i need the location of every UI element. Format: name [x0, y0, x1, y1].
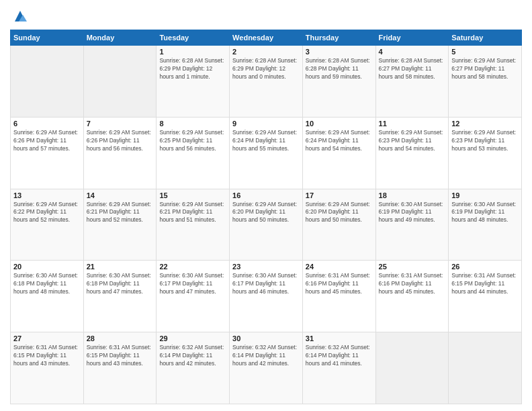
weekday-header-wednesday: Wednesday	[230, 30, 303, 46]
day-number: 20	[13, 263, 81, 271]
day-info: Sunrise: 6:29 AM Sunset: 6:27 PM Dayligh…	[451, 57, 519, 81]
day-number: 6	[13, 120, 81, 128]
day-number: 16	[232, 191, 300, 199]
calendar-cell: 22Sunrise: 6:30 AM Sunset: 6:17 PM Dayli…	[157, 261, 230, 332]
day-number: 22	[159, 263, 226, 271]
day-info: Sunrise: 6:31 AM Sunset: 6:15 PM Dayligh…	[451, 272, 519, 296]
day-number: 28	[87, 334, 154, 342]
calendar-cell: 11Sunrise: 6:29 AM Sunset: 6:23 PM Dayli…	[375, 117, 449, 189]
day-number: 1	[159, 48, 226, 56]
day-number: 10	[306, 120, 373, 128]
day-number: 15	[159, 191, 226, 199]
calendar-cell	[449, 332, 522, 404]
day-number: 23	[232, 263, 300, 271]
day-info: Sunrise: 6:30 AM Sunset: 6:19 PM Dayligh…	[379, 201, 446, 225]
day-number: 11	[379, 120, 446, 128]
calendar-cell: 28Sunrise: 6:31 AM Sunset: 6:15 PM Dayli…	[83, 332, 157, 404]
calendar-cell: 19Sunrise: 6:30 AM Sunset: 6:19 PM Dayli…	[449, 189, 522, 261]
day-number: 5	[451, 48, 519, 56]
day-info: Sunrise: 6:29 AM Sunset: 6:20 PM Dayligh…	[232, 201, 300, 225]
calendar-cell: 29Sunrise: 6:32 AM Sunset: 6:14 PM Dayli…	[157, 332, 230, 404]
calendar-week-row: 13Sunrise: 6:29 AM Sunset: 6:22 PM Dayli…	[11, 189, 522, 261]
calendar-cell: 27Sunrise: 6:31 AM Sunset: 6:15 PM Dayli…	[11, 332, 84, 404]
day-info: Sunrise: 6:29 AM Sunset: 6:24 PM Dayligh…	[306, 129, 373, 153]
day-info: Sunrise: 6:29 AM Sunset: 6:24 PM Dayligh…	[232, 129, 300, 153]
calendar-week-row: 27Sunrise: 6:31 AM Sunset: 6:15 PM Dayli…	[11, 332, 522, 404]
day-info: Sunrise: 6:29 AM Sunset: 6:20 PM Dayligh…	[306, 201, 373, 225]
logo-icon	[12, 8, 28, 24]
weekday-header-row: SundayMondayTuesdayWednesdayThursdayFrid…	[11, 30, 522, 46]
day-number: 19	[451, 191, 519, 199]
weekday-header-sunday: Sunday	[11, 30, 84, 46]
day-info: Sunrise: 6:29 AM Sunset: 6:23 PM Dayligh…	[451, 129, 519, 153]
calendar-cell: 8Sunrise: 6:29 AM Sunset: 6:25 PM Daylig…	[157, 117, 230, 189]
day-number: 25	[379, 263, 446, 271]
weekday-header-monday: Monday	[83, 30, 157, 46]
day-info: Sunrise: 6:29 AM Sunset: 6:22 PM Dayligh…	[13, 201, 81, 225]
day-number: 7	[87, 120, 154, 128]
day-info: Sunrise: 6:29 AM Sunset: 6:26 PM Dayligh…	[13, 129, 81, 153]
calendar-week-row: 1Sunrise: 6:28 AM Sunset: 6:29 PM Daylig…	[11, 46, 522, 118]
day-info: Sunrise: 6:32 AM Sunset: 6:14 PM Dayligh…	[232, 344, 300, 368]
calendar-cell: 12Sunrise: 6:29 AM Sunset: 6:23 PM Dayli…	[449, 117, 522, 189]
calendar-cell: 3Sunrise: 6:28 AM Sunset: 6:28 PM Daylig…	[302, 46, 375, 118]
calendar-cell	[11, 46, 84, 118]
calendar-cell: 13Sunrise: 6:29 AM Sunset: 6:22 PM Dayli…	[11, 189, 84, 261]
calendar-cell: 24Sunrise: 6:31 AM Sunset: 6:16 PM Dayli…	[302, 261, 375, 332]
day-info: Sunrise: 6:28 AM Sunset: 6:29 PM Dayligh…	[159, 57, 226, 81]
calendar-cell: 1Sunrise: 6:28 AM Sunset: 6:29 PM Daylig…	[157, 46, 230, 118]
calendar-cell: 21Sunrise: 6:30 AM Sunset: 6:18 PM Dayli…	[83, 261, 157, 332]
calendar: SundayMondayTuesdayWednesdayThursdayFrid…	[10, 30, 522, 404]
calendar-week-row: 6Sunrise: 6:29 AM Sunset: 6:26 PM Daylig…	[11, 117, 522, 189]
calendar-cell: 15Sunrise: 6:29 AM Sunset: 6:21 PM Dayli…	[157, 189, 230, 261]
day-info: Sunrise: 6:31 AM Sunset: 6:16 PM Dayligh…	[379, 272, 446, 296]
day-info: Sunrise: 6:31 AM Sunset: 6:15 PM Dayligh…	[87, 344, 154, 368]
header	[10, 7, 522, 24]
day-number: 3	[306, 48, 373, 56]
day-info: Sunrise: 6:30 AM Sunset: 6:18 PM Dayligh…	[13, 272, 81, 296]
calendar-cell: 6Sunrise: 6:29 AM Sunset: 6:26 PM Daylig…	[11, 117, 84, 189]
day-number: 12	[451, 120, 519, 128]
calendar-cell	[375, 332, 449, 404]
day-number: 26	[451, 263, 519, 271]
day-number: 14	[87, 191, 154, 199]
day-info: Sunrise: 6:29 AM Sunset: 6:21 PM Dayligh…	[159, 201, 226, 225]
day-number: 24	[306, 263, 373, 271]
day-number: 17	[306, 191, 373, 199]
day-number: 29	[159, 334, 226, 342]
calendar-cell: 18Sunrise: 6:30 AM Sunset: 6:19 PM Dayli…	[375, 189, 449, 261]
day-info: Sunrise: 6:30 AM Sunset: 6:19 PM Dayligh…	[451, 201, 519, 225]
calendar-cell: 14Sunrise: 6:29 AM Sunset: 6:21 PM Dayli…	[83, 189, 157, 261]
day-number: 31	[306, 334, 373, 342]
day-number: 2	[232, 48, 300, 56]
page: SundayMondayTuesdayWednesdayThursdayFrid…	[0, 0, 532, 411]
day-info: Sunrise: 6:30 AM Sunset: 6:18 PM Dayligh…	[87, 272, 154, 296]
calendar-cell: 20Sunrise: 6:30 AM Sunset: 6:18 PM Dayli…	[11, 261, 84, 332]
calendar-cell: 16Sunrise: 6:29 AM Sunset: 6:20 PM Dayli…	[230, 189, 303, 261]
calendar-cell: 25Sunrise: 6:31 AM Sunset: 6:16 PM Dayli…	[375, 261, 449, 332]
weekday-header-thursday: Thursday	[302, 30, 375, 46]
day-info: Sunrise: 6:28 AM Sunset: 6:29 PM Dayligh…	[232, 57, 300, 81]
day-info: Sunrise: 6:32 AM Sunset: 6:14 PM Dayligh…	[159, 344, 226, 368]
day-info: Sunrise: 6:31 AM Sunset: 6:16 PM Dayligh…	[306, 272, 373, 296]
weekday-header-friday: Friday	[375, 30, 449, 46]
day-number: 30	[232, 334, 300, 342]
calendar-cell: 4Sunrise: 6:28 AM Sunset: 6:27 PM Daylig…	[375, 46, 449, 118]
calendar-cell: 23Sunrise: 6:30 AM Sunset: 6:17 PM Dayli…	[230, 261, 303, 332]
day-info: Sunrise: 6:29 AM Sunset: 6:25 PM Dayligh…	[159, 129, 226, 153]
day-info: Sunrise: 6:29 AM Sunset: 6:21 PM Dayligh…	[87, 201, 154, 225]
calendar-week-row: 20Sunrise: 6:30 AM Sunset: 6:18 PM Dayli…	[11, 261, 522, 332]
day-number: 8	[159, 120, 226, 128]
day-number: 4	[379, 48, 446, 56]
day-number: 21	[87, 263, 154, 271]
day-info: Sunrise: 6:29 AM Sunset: 6:23 PM Dayligh…	[379, 129, 446, 153]
calendar-cell: 31Sunrise: 6:32 AM Sunset: 6:14 PM Dayli…	[302, 332, 375, 404]
day-info: Sunrise: 6:30 AM Sunset: 6:17 PM Dayligh…	[159, 272, 226, 296]
calendar-cell: 17Sunrise: 6:29 AM Sunset: 6:20 PM Dayli…	[302, 189, 375, 261]
calendar-cell: 5Sunrise: 6:29 AM Sunset: 6:27 PM Daylig…	[449, 46, 522, 118]
day-info: Sunrise: 6:28 AM Sunset: 6:28 PM Dayligh…	[306, 57, 373, 81]
weekday-header-tuesday: Tuesday	[157, 30, 230, 46]
day-info: Sunrise: 6:32 AM Sunset: 6:14 PM Dayligh…	[306, 344, 373, 368]
calendar-cell: 2Sunrise: 6:28 AM Sunset: 6:29 PM Daylig…	[230, 46, 303, 118]
day-info: Sunrise: 6:28 AM Sunset: 6:27 PM Dayligh…	[379, 57, 446, 81]
